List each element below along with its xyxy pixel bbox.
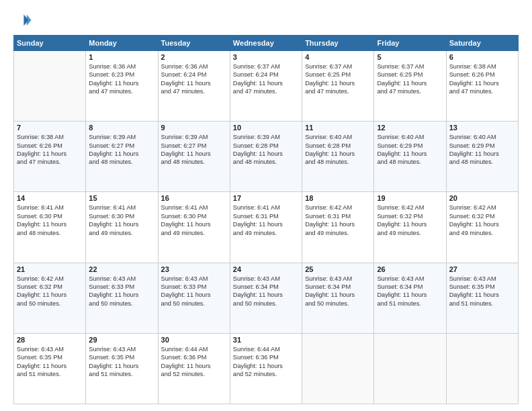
calendar-cell: 20Sunrise: 6:42 AMSunset: 6:32 PMDayligh…	[446, 192, 518, 263]
cell-day-number: 20	[449, 194, 515, 202]
calendar-cell: 19Sunrise: 6:42 AMSunset: 6:32 PMDayligh…	[374, 192, 446, 263]
cell-info-text: Sunrise: 6:38 AMSunset: 6:26 PMDaylight:…	[449, 62, 515, 96]
cell-day-number: 2	[161, 53, 227, 61]
calendar-cell: 14Sunrise: 6:41 AMSunset: 6:30 PMDayligh…	[14, 192, 86, 263]
cell-day-number: 8	[89, 124, 154, 132]
calendar-cell: 12Sunrise: 6:40 AMSunset: 6:29 PMDayligh…	[374, 122, 446, 192]
cell-info-text: Sunrise: 6:39 AMSunset: 6:28 PMDaylight:…	[233, 133, 299, 167]
cell-info-text: Sunrise: 6:37 AMSunset: 6:25 PMDaylight:…	[305, 62, 371, 96]
cell-day-number: 4	[305, 53, 371, 61]
calendar-cell	[14, 51, 86, 122]
cell-day-number: 21	[17, 265, 83, 273]
cell-day-number: 11	[305, 124, 371, 132]
cell-day-number: 28	[17, 336, 83, 344]
cell-info-text: Sunrise: 6:37 AMSunset: 6:25 PMDaylight:…	[377, 62, 443, 96]
calendar-cell: 17Sunrise: 6:41 AMSunset: 6:31 PMDayligh…	[230, 192, 302, 263]
logo	[13, 11, 34, 30]
cell-info-text: Sunrise: 6:43 AMSunset: 6:35 PMDaylight:…	[89, 345, 154, 379]
cell-day-number: 12	[377, 124, 443, 132]
calendar-cell	[446, 333, 518, 404]
calendar-cell: 31Sunrise: 6:44 AMSunset: 6:36 PMDayligh…	[230, 333, 302, 404]
calendar-week-row: 14Sunrise: 6:41 AMSunset: 6:30 PMDayligh…	[14, 192, 519, 263]
cell-day-number: 27	[449, 265, 515, 273]
calendar-cell: 3Sunrise: 6:37 AMSunset: 6:24 PMDaylight…	[230, 51, 302, 122]
cell-info-text: Sunrise: 6:43 AMSunset: 6:33 PMDaylight:…	[89, 275, 154, 308]
cell-day-number: 23	[161, 265, 227, 273]
cell-day-number: 31	[233, 336, 299, 344]
cell-day-number: 1	[89, 53, 154, 61]
cell-info-text: Sunrise: 6:39 AMSunset: 6:27 PMDaylight:…	[161, 133, 227, 167]
cell-info-text: Sunrise: 6:43 AMSunset: 6:35 PMDaylight:…	[17, 345, 83, 379]
calendar-cell: 25Sunrise: 6:43 AMSunset: 6:34 PMDayligh…	[302, 263, 374, 333]
cell-info-text: Sunrise: 6:43 AMSunset: 6:35 PMDaylight:…	[449, 275, 515, 308]
calendar-cell	[374, 333, 446, 404]
calendar-week-row: 28Sunrise: 6:43 AMSunset: 6:35 PMDayligh…	[14, 333, 519, 404]
calendar-weekday-wednesday: Wednesday	[230, 36, 302, 51]
calendar-weekday-thursday: Thursday	[302, 36, 374, 51]
cell-info-text: Sunrise: 6:41 AMSunset: 6:30 PMDaylight:…	[17, 203, 83, 237]
calendar-cell: 10Sunrise: 6:39 AMSunset: 6:28 PMDayligh…	[230, 122, 302, 192]
logo-icon	[13, 11, 32, 30]
cell-info-text: Sunrise: 6:39 AMSunset: 6:27 PMDaylight:…	[89, 133, 154, 167]
cell-day-number: 6	[449, 53, 515, 61]
calendar-cell: 16Sunrise: 6:41 AMSunset: 6:30 PMDayligh…	[158, 192, 230, 263]
cell-info-text: Sunrise: 6:40 AMSunset: 6:28 PMDaylight:…	[305, 133, 371, 167]
calendar-cell: 29Sunrise: 6:43 AMSunset: 6:35 PMDayligh…	[86, 333, 158, 404]
calendar-cell: 28Sunrise: 6:43 AMSunset: 6:35 PMDayligh…	[14, 333, 86, 404]
cell-info-text: Sunrise: 6:41 AMSunset: 6:31 PMDaylight:…	[233, 203, 299, 237]
calendar-cell: 7Sunrise: 6:38 AMSunset: 6:26 PMDaylight…	[14, 122, 86, 192]
cell-day-number: 17	[233, 194, 299, 202]
cell-info-text: Sunrise: 6:43 AMSunset: 6:34 PMDaylight:…	[233, 275, 299, 308]
cell-info-text: Sunrise: 6:43 AMSunset: 6:33 PMDaylight:…	[161, 275, 227, 308]
page: SundayMondayTuesdayWednesdayThursdayFrid…	[0, 0, 532, 411]
calendar-cell: 15Sunrise: 6:41 AMSunset: 6:30 PMDayligh…	[86, 192, 158, 263]
calendar-cell: 1Sunrise: 6:36 AMSunset: 6:23 PMDaylight…	[86, 51, 158, 122]
header	[13, 11, 519, 30]
calendar-weekday-friday: Friday	[374, 36, 446, 51]
cell-day-number: 16	[161, 194, 227, 202]
cell-day-number: 26	[377, 265, 443, 273]
calendar-cell: 6Sunrise: 6:38 AMSunset: 6:26 PMDaylight…	[446, 51, 518, 122]
calendar-cell: 30Sunrise: 6:44 AMSunset: 6:36 PMDayligh…	[158, 333, 230, 404]
cell-day-number: 22	[89, 265, 154, 273]
calendar-cell: 22Sunrise: 6:43 AMSunset: 6:33 PMDayligh…	[86, 263, 158, 333]
calendar-cell	[302, 333, 374, 404]
cell-info-text: Sunrise: 6:36 AMSunset: 6:24 PMDaylight:…	[161, 62, 227, 96]
cell-info-text: Sunrise: 6:37 AMSunset: 6:24 PMDaylight:…	[233, 62, 299, 96]
cell-info-text: Sunrise: 6:42 AMSunset: 6:32 PMDaylight:…	[449, 203, 515, 237]
cell-day-number: 25	[305, 265, 371, 273]
cell-info-text: Sunrise: 6:41 AMSunset: 6:30 PMDaylight:…	[161, 203, 227, 237]
calendar-cell: 11Sunrise: 6:40 AMSunset: 6:28 PMDayligh…	[302, 122, 374, 192]
calendar-table: SundayMondayTuesdayWednesdayThursdayFrid…	[13, 35, 519, 404]
calendar-cell: 24Sunrise: 6:43 AMSunset: 6:34 PMDayligh…	[230, 263, 302, 333]
cell-day-number: 14	[17, 194, 83, 202]
calendar-week-row: 7Sunrise: 6:38 AMSunset: 6:26 PMDaylight…	[14, 122, 519, 192]
calendar-cell: 4Sunrise: 6:37 AMSunset: 6:25 PMDaylight…	[302, 51, 374, 122]
cell-info-text: Sunrise: 6:44 AMSunset: 6:36 PMDaylight:…	[161, 345, 227, 379]
cell-info-text: Sunrise: 6:40 AMSunset: 6:29 PMDaylight:…	[377, 133, 443, 167]
cell-day-number: 24	[233, 265, 299, 273]
cell-info-text: Sunrise: 6:41 AMSunset: 6:30 PMDaylight:…	[89, 203, 154, 237]
calendar-cell: 5Sunrise: 6:37 AMSunset: 6:25 PMDaylight…	[374, 51, 446, 122]
calendar-cell: 18Sunrise: 6:42 AMSunset: 6:31 PMDayligh…	[302, 192, 374, 263]
calendar-cell: 13Sunrise: 6:40 AMSunset: 6:29 PMDayligh…	[446, 122, 518, 192]
calendar-weekday-tuesday: Tuesday	[158, 36, 230, 51]
calendar-header-row: SundayMondayTuesdayWednesdayThursdayFrid…	[14, 36, 519, 51]
calendar-weekday-saturday: Saturday	[446, 36, 518, 51]
cell-day-number: 30	[161, 336, 227, 344]
cell-info-text: Sunrise: 6:42 AMSunset: 6:32 PMDaylight:…	[377, 203, 443, 237]
cell-day-number: 29	[89, 336, 154, 344]
cell-info-text: Sunrise: 6:42 AMSunset: 6:31 PMDaylight:…	[305, 203, 371, 237]
cell-info-text: Sunrise: 6:36 AMSunset: 6:23 PMDaylight:…	[89, 62, 154, 96]
calendar-weekday-monday: Monday	[86, 36, 158, 51]
cell-info-text: Sunrise: 6:43 AMSunset: 6:34 PMDaylight:…	[305, 275, 371, 308]
calendar-cell: 23Sunrise: 6:43 AMSunset: 6:33 PMDayligh…	[158, 263, 230, 333]
cell-day-number: 13	[449, 124, 515, 132]
cell-day-number: 5	[377, 53, 443, 61]
cell-day-number: 10	[233, 124, 299, 132]
calendar-weekday-sunday: Sunday	[14, 36, 86, 51]
cell-day-number: 15	[89, 194, 154, 202]
calendar-cell: 26Sunrise: 6:43 AMSunset: 6:34 PMDayligh…	[374, 263, 446, 333]
cell-day-number: 9	[161, 124, 227, 132]
cell-day-number: 19	[377, 194, 443, 202]
